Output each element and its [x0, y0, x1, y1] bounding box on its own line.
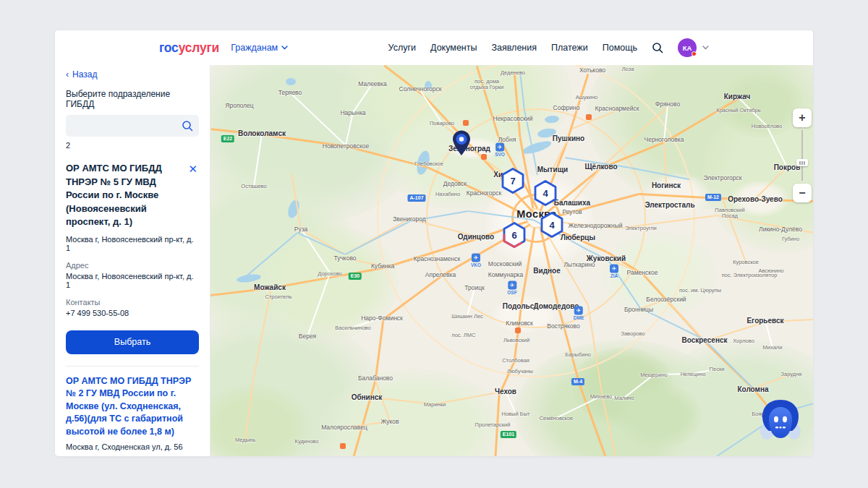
map-place-label: Губино: [782, 236, 799, 242]
svg-text:7: 7: [510, 176, 515, 187]
airport-icon: ✈SVO: [495, 143, 505, 157]
map-place-label: Софрино: [553, 104, 580, 111]
map-place-label: Маринки: [424, 401, 446, 408]
account-menu[interactable]: КА: [678, 38, 709, 57]
nav-link-документы[interactable]: Документы: [430, 43, 477, 53]
back-link[interactable]: ‹ Назад: [66, 69, 199, 80]
gosuslugi-logo[interactable]: госуслуги: [159, 40, 219, 56]
map-place-label: Электросталь: [644, 201, 694, 209]
nav-link-заявления[interactable]: Заявления: [491, 43, 537, 53]
map-place-label: Глебовское: [414, 160, 443, 167]
address-value: Москва г, Новоясеневский пр-кт, д. 1: [66, 272, 199, 289]
route-badge-icon: E30: [349, 273, 362, 280]
zoom-slider[interactable]: [793, 127, 812, 184]
map-place-label: Обнинск: [352, 393, 383, 401]
zoom-slider-handle[interactable]: [796, 159, 808, 166]
selected-subtitle: Москва г, Новоясеневский пр-кт, д. 1: [66, 235, 199, 252]
nav-link-платежи[interactable]: Платежи: [551, 43, 588, 53]
cluster-marker[interactable]: 4: [540, 211, 564, 241]
route-badge-icon: [481, 154, 487, 160]
gibdd-list: ОР АМТС МО ГИБДД ТНРЭР № 2 ГУ МВД России…: [66, 367, 199, 457]
map-place-label: Ногинск: [652, 181, 681, 189]
nav-link-помощь[interactable]: Помощь: [603, 43, 637, 53]
audience-dropdown[interactable]: Гражданам: [231, 43, 288, 53]
map-place-label: Видное: [533, 267, 560, 275]
search-button[interactable]: [652, 42, 663, 53]
map-place-label: Жуковский: [587, 254, 626, 262]
airport-icon: ✈ZIA: [610, 265, 618, 278]
map-place-label: Кубинка: [371, 262, 394, 270]
map-place-label: Пролетарский: [475, 421, 511, 428]
map-place-label: Зарудня: [781, 371, 802, 377]
route-badge-icon: М-12: [705, 194, 721, 201]
map-place-label: Кудиново: [295, 438, 319, 445]
search-icon[interactable]: [182, 120, 193, 134]
map-canvas[interactable]: ЯрополецТеряевоМалеевкаСолнечногорскНары…: [210, 65, 813, 456]
map-place-label: Щёлково: [584, 163, 617, 171]
map-place-label: Поварово: [430, 120, 454, 127]
map-place-label: Теряево: [278, 89, 302, 96]
map-place-label: Краснознаменск: [414, 255, 461, 262]
contacts-label: Контакты: [66, 298, 199, 307]
airport-icon: ✈VKO: [471, 254, 481, 267]
gibdd-search-input[interactable]: [66, 115, 199, 137]
zoom-out-button[interactable]: −: [793, 184, 812, 202]
map-place-label: Малоярославец: [321, 424, 367, 431]
map-place-label: Белоозёрский: [646, 296, 686, 303]
map-place-label: Электрогорск: [703, 174, 741, 181]
map-place-label: пос. им. Цюрупы: [679, 287, 721, 294]
list-item[interactable]: ОР АМТС МО ГИБДД ТНРЭР № 2 ГУ МВД России…: [66, 367, 199, 452]
map-place-label: Хорлово: [733, 338, 754, 344]
search-icon: [652, 42, 663, 53]
map-place-label: Волоколамск: [238, 129, 286, 137]
map-place-label: Воскресенск: [681, 336, 727, 344]
map-place-label: Дедовск: [443, 180, 467, 187]
map-place-label: Барыбино: [565, 351, 590, 358]
map-place-label: Одинцово: [458, 233, 494, 241]
map-place-label: Троицк: [464, 284, 485, 291]
map-place-label: Малеевка: [358, 80, 386, 87]
zoom-in-button[interactable]: +: [793, 108, 812, 127]
map-place-label: Новосёлово: [752, 123, 782, 129]
map-place-label: Семёновское: [540, 415, 574, 421]
list-item-title[interactable]: ОР АМТС МО ГИБДД ТНРЭР № 2 ГУ МВД России…: [66, 375, 199, 439]
selected-title: ОР АМТС МО ГИБДД ТНРЭР № 5 ГУ МВД России…: [66, 162, 183, 229]
map-place-label: Железнодорожный: [568, 222, 622, 229]
map-place-label: Лыткарино: [563, 261, 595, 268]
assistant-robot-icon[interactable]: [759, 398, 802, 445]
map-place-label: Малино: [614, 395, 634, 401]
selected-pin-marker[interactable]: [450, 129, 473, 160]
header-nav: УслугиДокументыЗаявленияПлатежиПомощь: [388, 43, 637, 53]
map-zoom-control: +−: [793, 108, 812, 202]
map-place-label: Апрелевка: [425, 271, 456, 278]
map-place-label: Черноголовка: [644, 136, 684, 143]
map-place-label: Жуков: [380, 418, 399, 425]
close-icon[interactable]: ✕: [187, 162, 199, 176]
map-place-label: Наро-Фоминск: [361, 314, 403, 322]
map-place-label: Осташево: [241, 183, 266, 189]
map-place-label: Васильчиново: [335, 325, 370, 331]
choose-button[interactable]: Выбрать: [66, 330, 199, 354]
selected-department-card: ОР АМТС МО ГИБДД ТНРЭР № 5 ГУ МВД России…: [66, 162, 199, 354]
map-place-label: Орехово-Зуево: [728, 195, 783, 203]
nav-link-услуги[interactable]: Услуги: [388, 43, 416, 53]
cluster-marker[interactable]: 4: [533, 179, 558, 210]
back-label: Назад: [72, 69, 97, 80]
map-place-label: Климовск: [506, 320, 533, 327]
logo-part-1: гос: [159, 40, 179, 55]
list-item-address: Москва г, Сходненская ул, д. 56: [66, 442, 199, 451]
map-place-label: Пески: [710, 366, 725, 372]
map-place-label: Электроугли: [625, 225, 657, 231]
map-place-label: Домодедово: [534, 302, 579, 310]
map-place-label: Михнево: [590, 393, 613, 400]
map-place-label: Хотьково: [579, 67, 605, 74]
cluster-marker[interactable]: 7: [501, 167, 525, 197]
map-place-label: Львовский: [503, 337, 529, 343]
map-place-label: Балашиха: [554, 199, 590, 207]
cluster-marker[interactable]: 6: [502, 221, 527, 252]
svg-text:4: 4: [549, 220, 555, 231]
map-place-label: Лоза: [622, 66, 634, 72]
map-place-label: Шишкин Лес: [451, 313, 483, 320]
chevron-down-icon: [702, 46, 709, 50]
map-place-label: Тучково: [333, 254, 356, 262]
